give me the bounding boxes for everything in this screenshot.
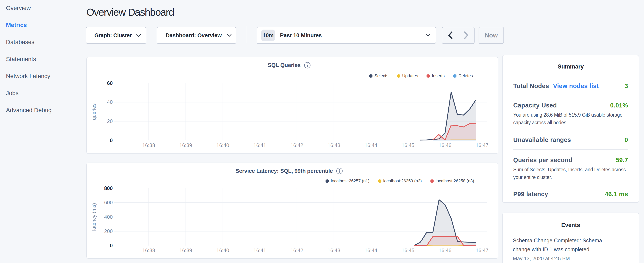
svg-text:600: 600 <box>104 200 113 205</box>
svg-text:16:47: 16:47 <box>476 247 488 253</box>
svg-text:16:43: 16:43 <box>328 142 340 148</box>
svg-text:16:41: 16:41 <box>254 142 266 148</box>
svg-text:800: 800 <box>104 185 113 191</box>
svg-text:40: 40 <box>107 99 113 105</box>
svg-text:16:39: 16:39 <box>180 142 192 148</box>
svg-text:200: 200 <box>104 228 113 234</box>
svg-text:16:43: 16:43 <box>328 247 340 253</box>
svg-text:16:44: 16:44 <box>365 247 378 253</box>
svg-text:60: 60 <box>107 80 113 86</box>
svg-text:queries: queries <box>91 103 97 120</box>
svg-text:20: 20 <box>107 118 113 124</box>
svg-text:16:46: 16:46 <box>438 247 451 253</box>
svg-text:latency (ms): latency (ms) <box>91 203 97 231</box>
svg-text:16:39: 16:39 <box>180 247 192 253</box>
svg-text:16:40: 16:40 <box>216 247 229 253</box>
svg-text:16:40: 16:40 <box>216 142 229 148</box>
svg-text:16:45: 16:45 <box>402 142 414 148</box>
svg-text:16:42: 16:42 <box>290 247 303 253</box>
svg-text:16:45: 16:45 <box>402 247 414 253</box>
svg-text:16:46: 16:46 <box>438 142 451 148</box>
svg-text:16:38: 16:38 <box>142 142 155 148</box>
svg-text:400: 400 <box>104 214 113 220</box>
svg-text:16:42: 16:42 <box>290 142 303 148</box>
svg-text:0: 0 <box>110 242 113 248</box>
svg-text:16:41: 16:41 <box>254 247 266 253</box>
svg-text:16:38: 16:38 <box>142 247 155 253</box>
svg-text:16:47: 16:47 <box>476 142 488 148</box>
svg-text:16:44: 16:44 <box>365 142 378 148</box>
svg-text:0: 0 <box>110 137 113 143</box>
